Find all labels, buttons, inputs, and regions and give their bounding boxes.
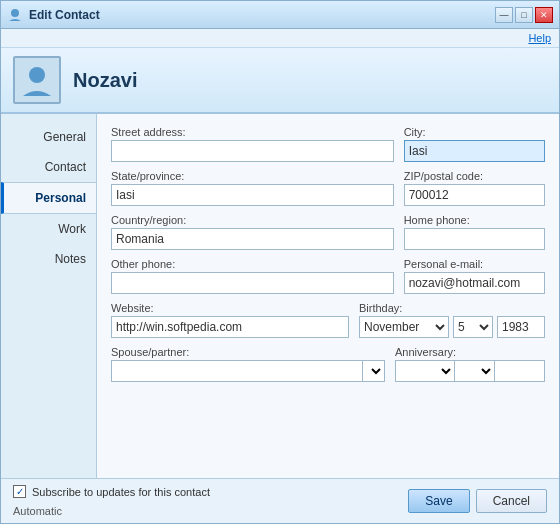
group-otherphone: Other phone: <box>111 258 394 294</box>
anniversary-year-input[interactable] <box>495 360 545 382</box>
save-button[interactable]: Save <box>408 489 469 513</box>
footer-bottom: Subscribe to updates for this contact Au… <box>13 485 547 517</box>
title-bar: Edit Contact — □ ✕ <box>1 1 559 29</box>
state-label: State/province: <box>111 170 394 182</box>
title-buttons: — □ ✕ <box>495 7 553 23</box>
street-input[interactable] <box>111 140 394 162</box>
anniversary-month-select[interactable] <box>395 360 455 382</box>
personalemail-input[interactable] <box>404 272 545 294</box>
birthday-month-select[interactable]: November January February March April Ma… <box>359 316 449 338</box>
zip-input[interactable] <box>404 184 545 206</box>
city-label: City: <box>404 126 545 138</box>
form-area: Street address: City: State/province: ZI… <box>97 114 559 478</box>
window-icon <box>7 7 23 23</box>
homephone-input[interactable] <box>404 228 545 250</box>
row-website-birthday: Website: Birthday: November January Febr… <box>111 302 545 338</box>
title-bar-left: Edit Contact <box>7 7 100 23</box>
footer-subscribe-row: Subscribe to updates for this contact <box>13 485 210 498</box>
row-otherphone-email: Other phone: Personal e-mail: <box>111 258 545 294</box>
spouse-select[interactable] <box>363 360 385 382</box>
group-city: City: <box>404 126 545 162</box>
otherphone-label: Other phone: <box>111 258 394 270</box>
row-street-city: Street address: City: <box>111 126 545 162</box>
row-spouse-anniversary: Spouse/partner: Anniversary: <box>111 346 545 382</box>
homephone-label: Home phone: <box>404 214 545 226</box>
maximize-button[interactable]: □ <box>515 7 533 23</box>
footer-buttons: Save Cancel <box>408 489 547 513</box>
birthday-year-input[interactable] <box>497 316 545 338</box>
row-state-zip: State/province: ZIP/postal code: <box>111 170 545 206</box>
contact-header: Nozavi <box>1 48 559 114</box>
state-input[interactable] <box>111 184 394 206</box>
city-input[interactable] <box>404 140 545 162</box>
birthday-label: Birthday: <box>359 302 545 314</box>
help-link[interactable]: Help <box>528 32 551 44</box>
group-birthday: Birthday: November January February Marc… <box>359 302 545 338</box>
avatar <box>13 56 61 104</box>
website-label: Website: <box>111 302 349 314</box>
street-label: Street address: <box>111 126 394 138</box>
sidebar: General Contact Personal Work Notes <box>1 114 97 478</box>
group-country: Country/region: <box>111 214 394 250</box>
automatic-label: Automatic <box>13 505 210 517</box>
help-bar: Help <box>1 29 559 48</box>
anniversary-day-select[interactable] <box>455 360 495 382</box>
subscribe-checkbox[interactable] <box>13 485 26 498</box>
sidebar-item-personal[interactable]: Personal <box>1 182 96 214</box>
svg-point-0 <box>11 9 19 17</box>
group-zip: ZIP/postal code: <box>404 170 545 206</box>
sidebar-item-contact[interactable]: Contact <box>1 152 96 182</box>
minimize-button[interactable]: — <box>495 7 513 23</box>
cancel-button[interactable]: Cancel <box>476 489 547 513</box>
group-spouse: Spouse/partner: <box>111 346 385 382</box>
country-input[interactable] <box>111 228 394 250</box>
group-street: Street address: <box>111 126 394 162</box>
spouse-label: Spouse/partner: <box>111 346 385 358</box>
edit-contact-window: Edit Contact — □ ✕ Help Nozavi General C <box>0 0 560 524</box>
group-website: Website: <box>111 302 349 338</box>
main-content: General Contact Personal Work Notes Stre… <box>1 114 559 478</box>
group-homephone: Home phone: <box>404 214 545 250</box>
avatar-icon <box>19 62 55 98</box>
window-title: Edit Contact <box>29 8 100 22</box>
contact-name: Nozavi <box>73 69 137 92</box>
anniversary-label: Anniversary: <box>395 346 545 358</box>
subscribe-label: Subscribe to updates for this contact <box>32 486 210 498</box>
row-country-homephone: Country/region: Home phone: <box>111 214 545 250</box>
group-personalemail: Personal e-mail: <box>404 258 545 294</box>
group-state: State/province: <box>111 170 394 206</box>
birthday-day-select[interactable]: 5 1234 678910 <box>453 316 493 338</box>
personalemail-label: Personal e-mail: <box>404 258 545 270</box>
otherphone-input[interactable] <box>111 272 394 294</box>
svg-point-1 <box>29 67 45 83</box>
website-input[interactable] <box>111 316 349 338</box>
group-anniversary: Anniversary: <box>395 346 545 382</box>
sidebar-item-notes[interactable]: Notes <box>1 244 96 274</box>
spouse-input[interactable] <box>111 360 363 382</box>
birthday-inputs: November January February March April Ma… <box>359 316 545 338</box>
sidebar-item-general[interactable]: General <box>1 122 96 152</box>
zip-label: ZIP/postal code: <box>404 170 545 182</box>
footer: Subscribe to updates for this contact Au… <box>1 478 559 523</box>
close-button[interactable]: ✕ <box>535 7 553 23</box>
sidebar-item-work[interactable]: Work <box>1 214 96 244</box>
country-label: Country/region: <box>111 214 394 226</box>
